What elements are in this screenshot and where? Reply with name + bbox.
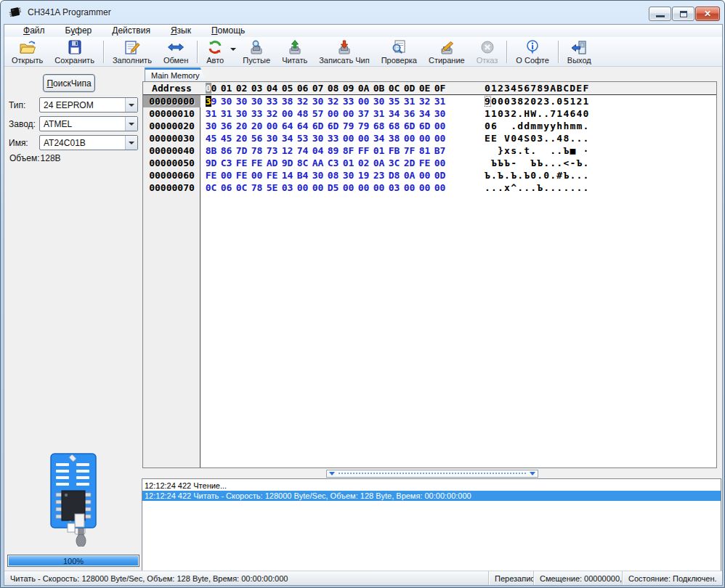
hex-byte[interactable]: 64 (280, 120, 295, 132)
hex-byte[interactable]: B7 (432, 144, 447, 157)
splitter-handle[interactable] (326, 470, 538, 478)
save-button[interactable]: Сохранить (49, 38, 100, 66)
hex-byte[interactable]: 0C (234, 181, 249, 194)
vendor-combobox[interactable]: ATMEL (39, 116, 138, 131)
erase-button[interactable]: Стирание (423, 38, 471, 66)
minimize-button[interactable] (649, 7, 671, 21)
hex-byte[interactable]: 31 (219, 107, 234, 120)
hex-byte[interactable]: 73 (264, 144, 280, 157)
hex-byte[interactable]: 31 (203, 107, 219, 120)
hex-byte[interactable]: 0C (203, 181, 219, 194)
hex-byte[interactable]: 57 (310, 107, 325, 120)
hex-byte[interactable]: 00 (341, 107, 356, 120)
hex-byte[interactable]: 23 (371, 169, 386, 181)
exit-button[interactable]: Выход (562, 38, 597, 66)
hex-byte[interactable]: 34 (280, 132, 295, 144)
hex-byte[interactable]: 68 (386, 120, 402, 132)
maximize-button[interactable] (672, 7, 694, 21)
hex-byte[interactable]: B4 (295, 169, 310, 181)
hex-byte[interactable]: C3 (219, 157, 234, 169)
hex-byte[interactable]: 06 (219, 181, 234, 194)
hex-byte[interactable]: FE (249, 157, 264, 169)
hex-byte[interactable]: 30 (310, 95, 325, 107)
hex-byte[interactable]: 79 (341, 120, 356, 132)
hex-byte[interactable]: 00 (341, 181, 356, 194)
hex-byte[interactable]: 00 (402, 132, 417, 144)
hex-byte[interactable]: 20 (234, 132, 249, 144)
hex-byte[interactable]: 12 (280, 144, 295, 157)
menu-language[interactable]: Язык (161, 25, 201, 37)
row-address[interactable]: 00000020 (143, 120, 201, 132)
hex-byte[interactable]: 78 (249, 181, 264, 194)
hex-byte[interactable]: 30 (310, 169, 325, 181)
menu-help[interactable]: Помощь (201, 25, 255, 37)
hex-byte[interactable]: 00 (371, 181, 386, 194)
hex-byte[interactable]: 33 (325, 132, 341, 144)
hex-byte[interactable]: 20 (249, 120, 264, 132)
hex-byte[interactable]: 5E (264, 181, 280, 194)
hex-byte[interactable]: 00 (356, 132, 371, 144)
verify-button[interactable]: Проверка (376, 38, 423, 66)
hex-byte[interactable]: FE (417, 157, 432, 169)
hex-byte[interactable]: 0D (432, 169, 447, 181)
row-ascii[interactable]: ЪЪЪ- ЪЪ...<-Ъ. (485, 157, 590, 169)
row-address[interactable]: 00000030 (143, 132, 201, 144)
hex-byte[interactable]: 34 (371, 132, 386, 144)
hex-byte[interactable]: 81 (417, 144, 432, 157)
hex-byte[interactable]: 00 (280, 107, 295, 120)
row-address[interactable]: 00000040 (143, 144, 201, 157)
hex-byte[interactable]: 8C (295, 157, 310, 169)
hex-byte[interactable]: 79 (356, 120, 371, 132)
hex-byte[interactable]: 20 (234, 120, 249, 132)
hex-byte[interactable]: D5 (325, 181, 341, 194)
hex-byte[interactable]: 32 (325, 95, 341, 107)
hex-byte[interactable]: C3 (325, 157, 341, 169)
hex-byte[interactable]: 38 (280, 95, 295, 107)
hex-byte[interactable]: 00 (432, 181, 447, 194)
row-ascii[interactable]: 06 .ddmmyyhhmm. (485, 120, 590, 132)
hex-byte[interactable]: 86 (219, 144, 234, 157)
hex-byte[interactable]: 8B (203, 144, 219, 157)
hex-byte[interactable]: 14 (280, 169, 295, 181)
hex-byte[interactable]: 36 (402, 107, 417, 120)
type-combobox[interactable]: 24 EEPROM (39, 97, 138, 113)
hex-byte[interactable]: 7F (402, 144, 417, 157)
log-line[interactable]: 12:12:24 422 Читать - Скорость: 128000 B… (142, 491, 721, 501)
vendor-dropdown-button[interactable] (125, 117, 137, 131)
hex-byte[interactable]: 7D (234, 144, 249, 157)
hex-byte[interactable]: 30 (219, 95, 234, 107)
hex-byte[interactable]: 31 (371, 107, 386, 120)
hex-byte[interactable]: 00 (432, 120, 447, 132)
hex-byte[interactable]: 30 (310, 132, 325, 144)
hex-byte[interactable]: FE (234, 157, 249, 169)
hex-byte[interactable]: AD (264, 157, 280, 169)
hex-byte[interactable]: 30 (264, 132, 280, 144)
hex-byte[interactable]: 30 (341, 169, 356, 181)
hex-byte[interactable]: 00 (264, 120, 280, 132)
row-address[interactable]: 00000050 (143, 157, 201, 169)
row-ascii[interactable]: Ъ.Ъ.Ъ.Ъ0.0.#Ъ... (485, 169, 590, 181)
hex-byte[interactable]: 45 (219, 132, 234, 144)
auto-dropdown-button[interactable] (230, 32, 237, 66)
hex-byte[interactable]: 35 (386, 95, 402, 107)
hex-byte[interactable]: 30 (432, 107, 447, 120)
hex-byte[interactable]: 33 (249, 107, 264, 120)
row-address[interactable]: 00000060 (143, 169, 201, 181)
hex-byte[interactable]: 6D (310, 120, 325, 132)
hex-byte[interactable]: 2D (402, 157, 417, 169)
row-ascii[interactable]: }xs.t. ..Ъ■ · (485, 144, 590, 157)
hex-byte[interactable]: 38 (386, 132, 402, 144)
close-button[interactable]: ✕ (695, 7, 720, 21)
hex-byte[interactable]: 8F (341, 144, 356, 157)
hex-byte[interactable]: 89 (325, 144, 341, 157)
hex-byte[interactable]: FE (203, 169, 219, 181)
hex-byte[interactable]: 32 (264, 107, 280, 120)
hex-byte[interactable]: 00 (356, 95, 371, 107)
hex-byte[interactable]: 32 (295, 95, 310, 107)
hex-byte[interactable]: 33 (264, 95, 280, 107)
name-dropdown-button[interactable] (125, 136, 137, 150)
hex-byte[interactable]: FE (234, 169, 249, 181)
hex-byte[interactable]: 32 (417, 95, 432, 107)
hex-byte[interactable]: 01 (371, 144, 386, 157)
hex-byte[interactable]: 00 (249, 169, 264, 181)
